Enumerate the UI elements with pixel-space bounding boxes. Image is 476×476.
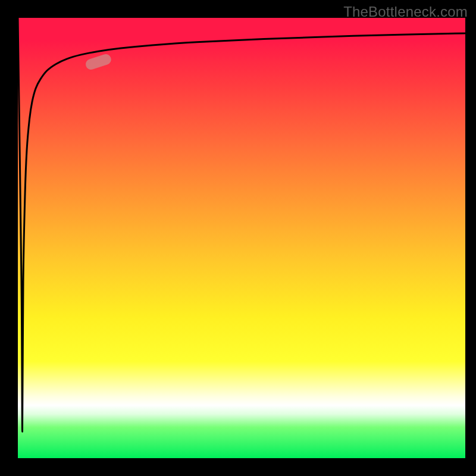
plot-area — [18, 18, 465, 458]
bottleneck-curve — [18, 18, 465, 432]
chart-frame: TheBottleneck.com — [0, 0, 476, 476]
curve-marker — [84, 53, 112, 71]
marker-pill — [84, 53, 112, 71]
curve-layer — [18, 18, 465, 458]
watermark-text: TheBottleneck.com — [343, 4, 468, 20]
